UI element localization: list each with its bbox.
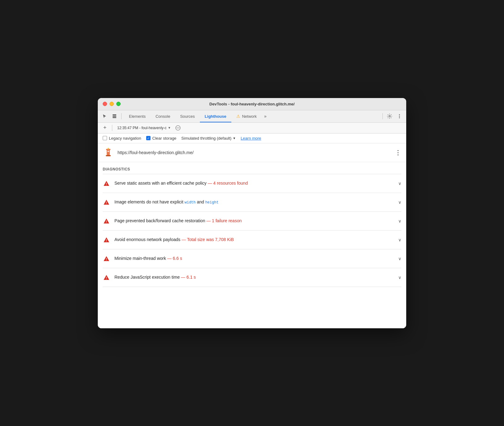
- svg-point-5: [399, 116, 400, 117]
- svg-rect-11: [107, 151, 109, 152]
- warning-icon-3: !: [103, 217, 110, 225]
- clear-storage-checkbox-item[interactable]: Clear storage: [146, 136, 176, 141]
- more-options-icon[interactable]: ⋮: [395, 149, 401, 156]
- lighthouse-icon: [103, 147, 114, 158]
- more-tabs-button[interactable]: »: [262, 110, 269, 122]
- diagnostic-text-js-execution: Reduce JavaScript execution time — 6.1 s: [114, 274, 394, 281]
- network-warning-icon: ⚠: [236, 114, 240, 119]
- chevron-icon-6: ∨: [398, 275, 401, 280]
- legacy-nav-checkbox-item[interactable]: Legacy navigation: [103, 136, 141, 141]
- diagnostic-item-main-thread[interactable]: ! Minimize main-thread work — 6.6 s ∨: [98, 249, 406, 268]
- title-bar: DevTools - foul-heavenly-direction.glitc…: [98, 98, 406, 110]
- menu-icon[interactable]: [395, 112, 404, 121]
- diagnostic-item-cache-policy[interactable]: ! Serve static assets with an efficient …: [98, 174, 406, 193]
- clear-storage-label: Clear storage: [152, 136, 176, 141]
- devtools-window: DevTools - foul-heavenly-direction.glitc…: [98, 98, 406, 328]
- cursor-icon[interactable]: [100, 112, 109, 121]
- session-dropdown-arrow: ▼: [168, 126, 171, 129]
- add-session-button[interactable]: +: [101, 125, 108, 131]
- tab-network[interactable]: ⚠ Network: [231, 110, 262, 122]
- diagnostic-item-network-payloads[interactable]: ! Avoid enormous network payloads — Tota…: [98, 231, 406, 249]
- legacy-nav-label: Legacy navigation: [109, 136, 141, 141]
- close-button[interactable]: [103, 102, 107, 106]
- tab-sources[interactable]: Sources: [175, 110, 200, 122]
- throttling-dropdown-arrow: ▼: [233, 137, 236, 140]
- diagnostic-text-main-thread: Minimize main-thread work — 6.6 s: [114, 256, 394, 262]
- svg-rect-1: [113, 116, 116, 117]
- svg-rect-9: [107, 150, 110, 155]
- session-label: 12:35:47 PM - foul-heavenly-c: [117, 126, 167, 130]
- svg-point-4: [399, 114, 400, 115]
- svg-text:!: !: [106, 257, 107, 261]
- warning-icon-6: !: [103, 274, 110, 281]
- svg-point-13: [108, 148, 109, 149]
- svg-text:!: !: [106, 276, 107, 280]
- toolbar-divider-1: [121, 113, 122, 119]
- tab-elements[interactable]: Elements: [124, 110, 151, 122]
- svg-rect-12: [106, 155, 111, 156]
- svg-text:!: !: [106, 201, 107, 204]
- tab-lighthouse[interactable]: Lighthouse: [200, 110, 231, 122]
- chevron-icon-5: ∨: [398, 256, 401, 261]
- url-text: https://foul-heavenly-direction.glitch.m…: [118, 150, 391, 155]
- diagnostics-header: DIAGNOSTICS: [98, 162, 406, 174]
- svg-rect-2: [113, 117, 116, 118]
- warning-icon-4: !: [103, 236, 110, 244]
- warning-icon-2: !: [103, 199, 110, 206]
- secondary-toolbar: + 12:35:47 PM - foul-heavenly-c ▼: [98, 123, 406, 133]
- session-dropdown[interactable]: 12:35:47 PM - foul-heavenly-c ▼: [116, 125, 172, 131]
- diagnostic-text-cache-policy: Serve static assets with an efficient ca…: [114, 180, 394, 186]
- main-content: https://foul-heavenly-direction.glitch.m…: [98, 143, 406, 328]
- diagnostic-item-image-dimensions[interactable]: ! Image elements do not have explicit wi…: [98, 193, 406, 211]
- divider-6: [103, 287, 401, 287]
- toolbar-right: [385, 112, 404, 121]
- traffic-lights: [103, 102, 121, 106]
- throttling-label-text: Simulated throttling (default): [181, 136, 232, 141]
- diagnostic-text-bfcache: Page prevented back/forward cache restor…: [114, 218, 394, 224]
- tab-console[interactable]: Console: [151, 110, 175, 122]
- tab-bar: Elements Console Sources Lighthouse ⚠ Ne…: [124, 110, 380, 122]
- window-title: DevTools - foul-heavenly-direction.glitc…: [209, 102, 295, 106]
- throttling-selector[interactable]: Simulated throttling (default) ▼: [181, 136, 236, 141]
- warning-icon-5: !: [103, 255, 110, 262]
- svg-text:!: !: [106, 239, 107, 242]
- svg-text:!: !: [106, 220, 107, 223]
- no-entry-icon[interactable]: [175, 125, 181, 131]
- diagnostic-text-image-dimensions: Image elements do not have explicit widt…: [114, 199, 394, 205]
- maximize-button[interactable]: [116, 102, 121, 106]
- diagnostic-item-js-execution[interactable]: ! Reduce JavaScript execution time — 6.1…: [98, 268, 406, 287]
- url-bar: https://foul-heavenly-direction.glitch.m…: [98, 143, 406, 162]
- warning-icon-1: !: [103, 180, 110, 187]
- options-bar: Legacy navigation Clear storage Simulate…: [98, 133, 406, 143]
- chevron-icon-3: ∨: [398, 219, 401, 223]
- toolbar-divider-2: [382, 113, 383, 119]
- svg-point-3: [389, 116, 390, 117]
- svg-rect-0: [113, 114, 116, 115]
- layers-icon[interactable]: [110, 112, 119, 121]
- toolbar-divider-3: [112, 125, 112, 131]
- learn-more-link[interactable]: Learn more: [241, 136, 261, 141]
- diagnostic-text-network-payloads: Avoid enormous network payloads — Total …: [114, 237, 394, 243]
- chevron-icon-1: ∨: [398, 181, 401, 186]
- clear-storage-checkbox[interactable]: [146, 136, 151, 140]
- settings-icon[interactable]: [385, 112, 394, 121]
- tab-toolbar: Elements Console Sources Lighthouse ⚠ Ne…: [98, 110, 406, 123]
- legacy-nav-checkbox[interactable]: [103, 136, 107, 140]
- diagnostic-item-bfcache[interactable]: ! Page prevented back/forward cache rest…: [98, 212, 406, 230]
- chevron-icon-2: ∨: [398, 200, 401, 205]
- svg-text:!: !: [106, 182, 107, 186]
- chevron-icon-4: ∨: [398, 237, 401, 242]
- minimize-button[interactable]: [109, 102, 114, 106]
- svg-point-6: [399, 117, 400, 118]
